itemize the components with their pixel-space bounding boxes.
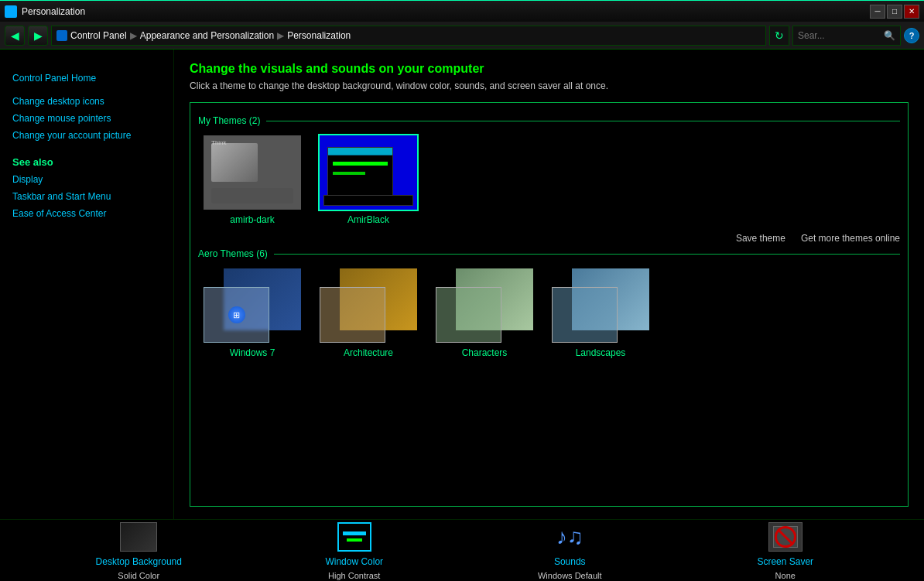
address-bar: ◀ ▶ Control Panel ▶ Appearance and Perso… [0, 22, 924, 50]
my-themes-divider: My Themes (2) [198, 115, 900, 126]
green-bar1 [333, 162, 388, 166]
theme-chars-name: Characters [462, 347, 508, 358]
taskbar-sim [211, 188, 293, 203]
breadcrumb: Control Panel ▶ Appearance and Personali… [51, 26, 766, 46]
screensaver-label: Screen Saver [757, 556, 813, 569]
glass-rect [211, 143, 258, 182]
my-themes-label: My Themes (2) [198, 115, 260, 126]
sidebar-change-account-picture[interactable]: Change your account picture [12, 130, 161, 141]
desktop-bg-sublabel: Solid Color [118, 571, 159, 580]
sidebar-links: Change desktop icons Change mouse pointe… [12, 96, 161, 141]
search-input[interactable] [798, 30, 881, 41]
theme-amirblack-thumb [318, 134, 419, 211]
aero-themes-divider: Aero Themes (6) [198, 248, 900, 259]
title-strip [328, 148, 392, 156]
page-title: Change the visuals and sounds on your co… [190, 62, 909, 76]
window-color-icon-container [335, 521, 374, 553]
close-button[interactable]: ✕ [904, 5, 919, 19]
sounds-item[interactable]: ♪♫ Sounds Windows Default [523, 521, 616, 581]
chars-stack [436, 268, 533, 343]
theme-arch-name: Architecture [344, 347, 393, 358]
page-description: Click a theme to change the desktop back… [190, 80, 909, 91]
main-layout: Control Panel Home Change desktop icons … [0, 50, 924, 519]
theme-arch-thumb [318, 267, 419, 344]
maximize-button[interactable]: □ [887, 5, 902, 19]
desktop-gradient [121, 523, 156, 551]
app-icon [5, 5, 17, 18]
desktop-bg-thumb [120, 522, 157, 552]
wc-bar1 [343, 531, 366, 535]
no-symbol [775, 526, 796, 548]
theme-windows7[interactable]: ⊞ Windows 7 [198, 267, 306, 358]
themes-actions: Save theme Get more themes online [198, 233, 900, 244]
window-color-sublabel: High Contrast [328, 571, 380, 580]
window-color-thumb [337, 522, 371, 552]
theme-architecture[interactable]: Architecture [314, 267, 423, 358]
breadcrumb-control-panel[interactable]: Control Panel [70, 30, 127, 41]
title-bar: Personalization ─ □ ✕ [0, 0, 924, 22]
breadcrumb-appearance[interactable]: Appearance and Personalization [140, 30, 274, 41]
sidebar-display[interactable]: Display [12, 174, 161, 185]
theme-win7-name: Windows 7 [230, 347, 275, 358]
wc-bar2 [347, 538, 362, 542]
sidebar-control-panel-home[interactable]: Control Panel Home [12, 73, 161, 84]
forward-button[interactable]: ▶ [28, 26, 48, 46]
help-button[interactable]: ? [904, 28, 919, 43]
see-also-title: See also [12, 156, 161, 168]
sidebar-change-desktop-icons[interactable]: Change desktop icons [12, 96, 161, 107]
search-box[interactable]: 🔍 [792, 26, 901, 46]
window-color-label: Window Color [325, 556, 383, 569]
theme-landscapes[interactable]: Landscapes [546, 267, 655, 358]
divider-line [266, 121, 900, 121]
search-icon: 🔍 [884, 30, 895, 41]
win7-orb-container: ⊞ [204, 288, 269, 342]
window-color-item[interactable]: Window Color High Contrast [308, 521, 401, 581]
sidebar-change-mouse-pointers[interactable]: Change mouse pointers [12, 113, 161, 124]
sidebar-ease-of-access[interactable]: Ease of Access Center [12, 208, 161, 219]
thumb-amirbdark-bg: Think [204, 135, 301, 210]
screensaver-icon-container [766, 521, 805, 553]
themes-panel: My Themes (2) Think amirb-dark [190, 102, 909, 507]
theme-amirblack-name: AmirBlack [347, 214, 389, 225]
window-title: Personalization [22, 6, 865, 17]
window-sim [327, 147, 393, 197]
theme-characters[interactable]: Characters [430, 267, 539, 358]
think-label: Think [211, 139, 227, 146]
theme-amirblack[interactable]: AmirBlack [314, 134, 423, 225]
aero-divider-line [274, 254, 900, 255]
save-theme-link[interactable]: Save theme [736, 233, 785, 244]
theme-win7-thumb: ⊞ [202, 267, 303, 344]
arch-front [320, 287, 385, 343]
bottom-bar: Desktop Background Solid Color Window Co… [0, 519, 924, 581]
refresh-button[interactable]: ↻ [769, 26, 789, 46]
arch-stack [320, 268, 417, 343]
desktop-bg-icon [119, 521, 158, 553]
sidebar: Control Panel Home Change desktop icons … [0, 50, 174, 519]
theme-amirbdark-name: amirb-dark [230, 214, 274, 225]
theme-amirbdark[interactable]: Think amirb-dark [198, 134, 306, 225]
sounds-icon-container: ♪♫ [550, 521, 589, 553]
control-panel-icon [56, 30, 67, 41]
desktop-bg-label: Desktop Background [96, 556, 182, 569]
theme-land-thumb [550, 267, 651, 344]
aero-themes-label: Aero Themes (6) [198, 248, 268, 259]
win7-front: ⊞ [204, 287, 269, 343]
desktop-background-item[interactable]: Desktop Background Solid Color [92, 521, 185, 581]
minimize-button[interactable]: ─ [870, 5, 885, 19]
my-themes-grid: Think amirb-dark [198, 134, 900, 225]
screensaver-item[interactable]: Screen Saver None [739, 521, 832, 581]
land-front [552, 287, 618, 343]
theme-chars-thumb [434, 267, 535, 344]
screensaver-thumb [768, 522, 803, 552]
thumb-amirblack-bg [320, 135, 417, 210]
theme-land-name: Landscapes [576, 347, 626, 358]
sidebar-taskbar[interactable]: Taskbar and Start Menu [12, 191, 161, 202]
content-area: Change the visuals and sounds on your co… [174, 50, 924, 519]
get-more-themes-link[interactable]: Get more themes online [801, 233, 900, 244]
back-button[interactable]: ◀ [5, 26, 25, 46]
land-stack [552, 268, 649, 343]
taskbar-sim2 [323, 195, 413, 206]
breadcrumb-personalization[interactable]: Personalization [287, 30, 351, 41]
chars-front [436, 287, 501, 343]
window-controls[interactable]: ─ □ ✕ [870, 5, 919, 19]
